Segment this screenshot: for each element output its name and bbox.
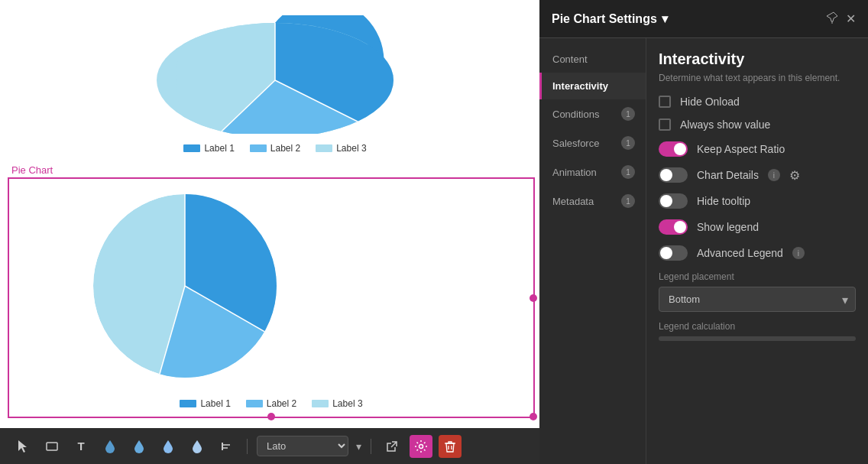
always-show-value-label: Always show value — [680, 118, 770, 131]
droplet3-button[interactable] — [157, 435, 180, 458]
conditions-badge: 1 — [621, 107, 635, 121]
legend-color-1 — [183, 144, 200, 152]
nav-label-interactivity: Interactivity — [552, 80, 608, 92]
droplet2-button[interactable] — [128, 435, 151, 458]
chart-details-knob — [660, 169, 672, 181]
metadata-badge: 1 — [621, 194, 635, 208]
legend-item: Label 2 — [246, 398, 296, 409]
legend-label-b1: Label 1 — [200, 398, 230, 409]
font-selector[interactable]: Lato — [257, 436, 348, 456]
panel-title-arrow[interactable]: ▾ — [662, 11, 668, 26]
resize-handle-bottom-right[interactable] — [530, 413, 537, 420]
keep-aspect-ratio-row: Keep Aspect Ratio — [659, 141, 856, 157]
legend-item: Label 1 — [180, 398, 230, 409]
select-tool-button[interactable] — [11, 435, 34, 458]
delete-button[interactable] — [439, 435, 462, 458]
advanced-legend-info-icon: i — [792, 247, 805, 259]
svg-point-17 — [419, 444, 423, 448]
legend-color-b1 — [180, 400, 196, 407]
droplet4-button[interactable] — [186, 435, 209, 458]
text-tool-button[interactable]: T — [70, 435, 92, 458]
legend-color-3 — [316, 144, 332, 152]
keep-aspect-ratio-toggle[interactable] — [659, 141, 688, 157]
salesforce-badge: 1 — [621, 136, 635, 150]
show-legend-label: Show legend — [697, 221, 759, 233]
pie-chart-top: Label 1 Label 2 Label 3 — [38, 15, 512, 154]
close-button[interactable]: ✕ — [846, 11, 856, 26]
panel-body: Content Interactivity Conditions 1 Sales… — [539, 38, 868, 464]
svg-marker-11 — [18, 440, 27, 453]
font-dropdown-arrow[interactable]: ▾ — [356, 440, 361, 453]
resize-handle-right[interactable] — [530, 294, 537, 302]
chart-details-toggle[interactable] — [659, 167, 688, 183]
sidebar-item-metadata[interactable]: Metadata 1 — [539, 187, 646, 216]
animation-badge: 1 — [621, 165, 635, 179]
hide-onload-label: Hide Onload — [680, 96, 740, 108]
top-chart-legend: Label 1 Label 2 Label 3 — [38, 143, 512, 154]
sidebar-item-conditions[interactable]: Conditions 1 — [539, 99, 646, 128]
keep-aspect-ratio-label: Keep Aspect Ratio — [697, 143, 785, 155]
content-title: Interactivity — [659, 50, 856, 68]
selected-chart-border: Label 1 Label 2 Label 3 — [8, 177, 535, 418]
advanced-legend-toggle[interactable] — [659, 245, 688, 261]
legend-label-b2: Label 2 — [267, 398, 296, 409]
toolbar-separator — [247, 439, 248, 454]
sidebar-item-animation[interactable]: Animation 1 — [539, 157, 646, 187]
legend-item: Label 1 — [183, 143, 234, 154]
legend-placement-wrapper: Bottom Top Left Right ▾ — [659, 287, 856, 312]
droplet1-button[interactable] — [99, 435, 121, 458]
hide-tooltip-label: Hide tooltip — [697, 195, 750, 207]
hide-tooltip-toggle[interactable] — [659, 193, 688, 209]
legend-item: Label 3 — [312, 398, 362, 409]
svg-line-16 — [391, 442, 397, 447]
chart-details-info-icon: i — [768, 169, 780, 181]
legend-calculation-label: Legend calculation — [659, 321, 856, 332]
hide-tooltip-knob — [660, 195, 672, 207]
advanced-legend-row: Advanced Legend i — [659, 245, 856, 261]
svg-rect-12 — [47, 443, 57, 450]
advanced-legend-knob — [660, 247, 672, 259]
pie-chart-bottom-wrapper[interactable]: Pie Chart — [8, 164, 535, 418]
legend-color-b3 — [312, 400, 329, 407]
external-link-button[interactable] — [381, 435, 403, 458]
nav-label-animation: Animation — [552, 167, 597, 178]
canvas-area: Label 1 Label 2 Label 3 Pie Chart — [0, 0, 542, 428]
nav-label-salesforce: Salesforce — [552, 138, 599, 149]
settings-button[interactable] — [410, 435, 432, 458]
legend-label-b3: Label 3 — [332, 398, 362, 409]
nav-label-conditions: Conditions — [552, 109, 599, 120]
nav-label-content: Content — [552, 54, 588, 65]
chart-details-row: Chart Details i ⚙ — [659, 167, 856, 183]
legend-item: Label 3 — [316, 143, 366, 154]
align-button[interactable] — [215, 435, 238, 458]
legend-color-2 — [250, 144, 267, 152]
resize-handle-bottom-left[interactable] — [267, 413, 275, 420]
panel-header: Pie Chart Settings ▾ ✕ — [539, 0, 868, 38]
bottom-chart-legend: Label 1 Label 2 Label 3 — [17, 398, 526, 409]
legend-label-3: Label 3 — [336, 143, 366, 154]
panel-title: Pie Chart Settings ▾ — [552, 11, 668, 26]
toolbar-separator-2 — [371, 439, 371, 454]
pin-button[interactable] — [826, 11, 838, 27]
panel-header-actions: ✕ — [826, 11, 856, 27]
hide-tooltip-row: Hide tooltip — [659, 193, 856, 209]
content-area: Interactivity Determine what text appear… — [646, 38, 868, 464]
legend-label-2: Label 2 — [270, 143, 300, 154]
rectangle-tool-button[interactable] — [40, 435, 63, 458]
chart-details-label: Chart Details — [697, 169, 759, 181]
legend-item: Label 2 — [250, 143, 300, 154]
show-legend-toggle[interactable] — [659, 219, 688, 235]
hide-onload-checkbox[interactable] — [659, 96, 671, 108]
hide-onload-row: Hide Onload — [659, 96, 856, 108]
sidebar-item-interactivity[interactable]: Interactivity — [539, 73, 646, 99]
always-show-value-checkbox[interactable] — [659, 118, 671, 131]
sidebar-item-content[interactable]: Content — [539, 46, 646, 73]
legend-placement-select[interactable]: Bottom Top Left Right — [659, 287, 856, 312]
chart-details-gear-icon[interactable]: ⚙ — [789, 168, 800, 183]
panel-title-text: Pie Chart Settings — [552, 12, 657, 26]
show-legend-knob — [674, 221, 686, 233]
top-pie-svg — [149, 15, 401, 134]
sidebar-item-salesforce[interactable]: Salesforce 1 — [539, 128, 646, 157]
pie-chart-label: Pie Chart — [8, 164, 535, 176]
content-subtitle: Determine what text appears in this elem… — [659, 73, 856, 83]
